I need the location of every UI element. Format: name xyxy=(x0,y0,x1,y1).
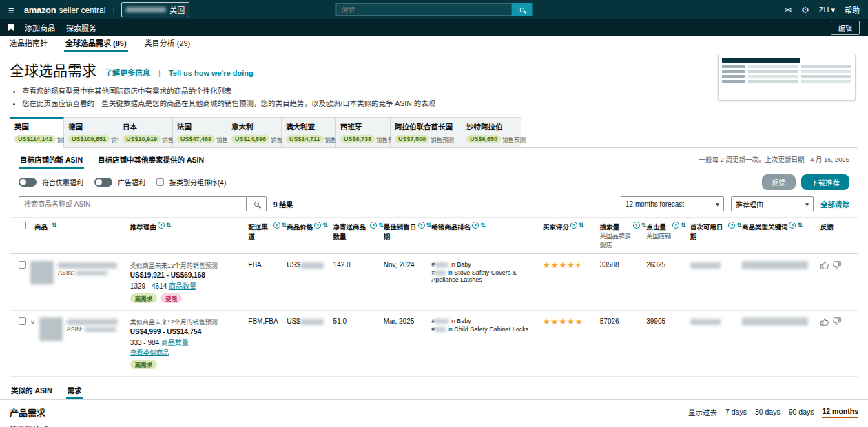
help-icon[interactable]: ? xyxy=(672,222,679,229)
sort-icon[interactable]: ⇅ xyxy=(641,222,647,229)
asin-subtabs: 目标店铺的新 ASIN 目标店铺中其他卖家提供的 ASIN 一般每 2 周更新一… xyxy=(10,148,858,169)
tab-selection-compass[interactable]: 选品指南针 xyxy=(8,34,49,52)
tab-global-selection-demand[interactable]: 全球选品需求 (85) xyxy=(64,34,128,52)
price-blurred xyxy=(300,262,324,269)
tab-category-analysis[interactable]: 类目分析 (29) xyxy=(143,34,192,52)
units-link[interactable]: 商品数量 xyxy=(169,282,196,290)
sort-icon[interactable]: ⇅ xyxy=(426,222,432,229)
sort-icon[interactable]: ⇅ xyxy=(52,222,57,229)
group-by-category-checkbox[interactable] xyxy=(156,178,164,186)
country-tab-france[interactable]: 法国 US$47,469销售预测 xyxy=(173,117,227,148)
product-search-button[interactable] xyxy=(246,196,267,211)
recommendation-reason-select[interactable]: 推荐理由 ▾ xyxy=(731,196,814,211)
range-12-months[interactable]: 12 months xyxy=(822,407,858,418)
country-tab-spain[interactable]: 西班牙 US$8,738销售预测 xyxy=(336,117,391,148)
tab-similar-asins[interactable]: 类似的 ASIN xyxy=(10,383,54,399)
thumbs-down-icon[interactable] xyxy=(833,317,841,326)
download-recommendations-button[interactable]: 下载推荐 xyxy=(801,174,849,190)
country-tab-uae[interactable]: 阿拉伯联合酋长国 US$7,500销售预测 xyxy=(391,117,462,148)
link-separator: | xyxy=(158,69,161,77)
help-icon[interactable]: ? xyxy=(370,222,377,229)
global-search-input[interactable] xyxy=(336,3,512,16)
country-tab-australia[interactable]: 澳大利亚 US$14,711销售预测 xyxy=(282,117,336,148)
sort-icon[interactable]: ⇅ xyxy=(681,222,686,229)
messages-icon[interactable]: ✉ xyxy=(784,5,792,15)
forecast-amount: US$8,738 xyxy=(340,135,375,143)
row-checkbox[interactable] xyxy=(19,261,26,269)
sort-icon[interactable]: ⇅ xyxy=(736,222,742,229)
select-all-checkbox[interactable] xyxy=(19,222,26,229)
rating-stars: ★★★★★★★★★★ xyxy=(543,261,583,269)
search-performance-panel: 搜索绩效 ? 您的 ASIN 关键词在英国境内获得的绩效 Search Volu… xyxy=(10,424,464,427)
deal-eligible-toggle[interactable] xyxy=(19,178,37,187)
hamburger-menu-icon[interactable]: ≡ xyxy=(8,4,14,16)
col-price: 商品价格 xyxy=(287,222,313,231)
edit-button[interactable]: 编辑 xyxy=(831,21,860,35)
help-icon[interactable]: ? xyxy=(314,222,321,229)
learn-more-link[interactable]: 了解更多信息 xyxy=(105,67,150,78)
search-volume-value: 57026 xyxy=(600,317,646,325)
help-icon[interactable]: ? xyxy=(273,222,280,229)
help-link[interactable]: 帮助 xyxy=(845,4,860,15)
thumbs-up-icon[interactable] xyxy=(820,317,829,326)
nav-divider: | xyxy=(112,6,114,14)
sort-icon[interactable]: ⇅ xyxy=(378,222,384,229)
help-icon[interactable]: ? xyxy=(728,222,735,229)
bookmark-icon[interactable] xyxy=(8,24,14,31)
feedback-button[interactable]: 反馈 xyxy=(762,174,796,190)
help-icon[interactable]: ? xyxy=(633,222,640,229)
country-tab-saudi-arabia[interactable]: 沙特阿拉伯 US$6,650销售预测 xyxy=(462,117,521,148)
sort-icon[interactable]: ⇅ xyxy=(282,222,287,229)
chevron-down-icon: ▾ xyxy=(805,200,809,208)
see-similar-link[interactable]: 查看类似商品 xyxy=(130,348,169,356)
help-icon[interactable]: ? xyxy=(570,222,577,229)
range-90-days[interactable]: 90 days xyxy=(789,408,814,417)
product-search-input[interactable] xyxy=(19,196,246,211)
table-row: ASIN: 类似商品未来12个月的销售预测 US$19,921 - US$69,… xyxy=(10,254,858,311)
global-search-button[interactable] xyxy=(512,3,533,16)
range-30-days[interactable]: 30 days xyxy=(755,408,781,417)
forecast-amount: US$109,851 xyxy=(68,135,110,143)
menu-explore-services[interactable]: 探索服务 xyxy=(66,22,96,33)
tab-demand[interactable]: 需求 xyxy=(66,383,83,399)
language-selector[interactable]: ZH ▾ xyxy=(819,6,835,14)
sort-icon[interactable]: ⇅ xyxy=(322,222,328,229)
row-checkbox[interactable] xyxy=(19,317,26,325)
settings-gear-icon[interactable]: ⚙ xyxy=(801,5,809,15)
country-name: 法国 xyxy=(177,121,223,132)
thumbs-up-icon[interactable] xyxy=(820,261,829,269)
subtab-other-seller-asins[interactable]: 目标店铺中其他卖家提供的 ASIN xyxy=(96,152,205,169)
range-7-days[interactable]: 7 days xyxy=(725,408,747,417)
country-tab-italy[interactable]: 意大利 US$14,896销售预测 xyxy=(227,117,282,148)
seller-central-logo[interactable]: amazon seller central xyxy=(24,5,106,15)
menu-add-products[interactable]: 添加商品 xyxy=(25,22,55,33)
help-icon[interactable]: ? xyxy=(472,222,479,229)
col-clicks: 点击量 xyxy=(646,223,666,231)
country-tab-germany[interactable]: 德国 US$109,851销售预测 xyxy=(64,117,118,148)
search-icon xyxy=(254,202,259,207)
units-link[interactable]: 商品数量 xyxy=(161,339,189,346)
col-reason: 推荐理由 xyxy=(130,222,156,231)
bestseller-ranks: # in Baby # in Stove Safety Covers & App… xyxy=(431,261,543,284)
thumbs-down-icon[interactable] xyxy=(833,261,841,269)
help-icon[interactable]: ? xyxy=(789,222,796,229)
forecast-period-select[interactable]: 12 months forecast ▾ xyxy=(621,196,724,211)
subtab-new-asins[interactable]: 目标店铺的新 ASIN xyxy=(19,152,84,169)
sort-icon[interactable]: ⇅ xyxy=(166,222,172,229)
store-selector[interactable]: 美国 xyxy=(121,2,189,17)
price-blurred xyxy=(300,319,324,325)
country-tab-uk[interactable]: 英国 US$114,142销售预测 xyxy=(10,117,64,148)
sort-icon[interactable]: ⇅ xyxy=(480,222,486,229)
help-icon[interactable]: ? xyxy=(158,222,165,229)
help-icon[interactable]: ? xyxy=(418,222,425,229)
sort-icon[interactable]: ⇅ xyxy=(797,222,803,229)
expand-row-chevron-icon[interactable]: ∨ xyxy=(30,319,35,341)
ad-benefit-toggle[interactable] xyxy=(94,178,112,187)
tell-us-link[interactable]: Tell us how we're doing xyxy=(169,69,254,77)
country-name: 日本 xyxy=(123,121,168,132)
rating-stars: ★★★★★★★★★★ xyxy=(543,317,583,326)
sort-icon[interactable]: ⇅ xyxy=(579,222,584,229)
update-note: 一般每 2 周更新一次。上次更新日期 - 4 月 16, 2025 xyxy=(699,154,849,167)
country-tab-japan[interactable]: 日本 US$10,919销售预测 xyxy=(118,117,173,148)
clear-all-link[interactable]: 全部清除 xyxy=(820,199,849,209)
